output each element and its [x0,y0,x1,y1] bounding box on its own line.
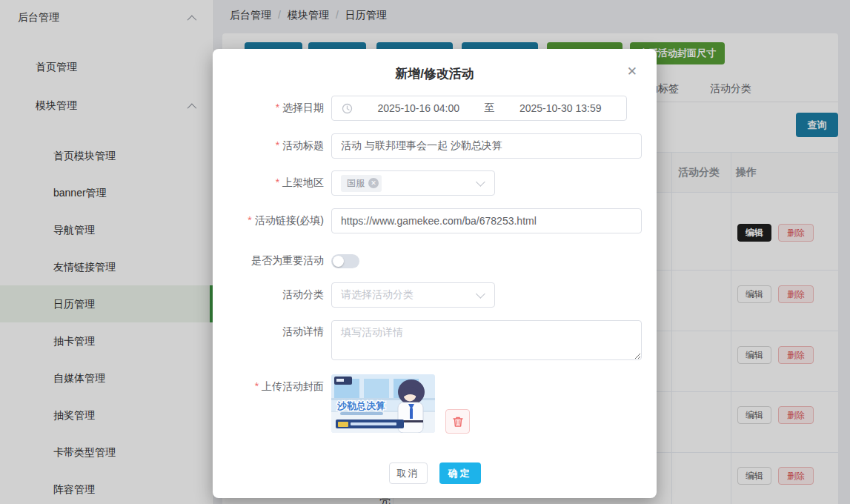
region-tag-label: 国服 [347,177,365,190]
region-select[interactable]: 国服 ✕ [331,170,495,196]
activity-link-input[interactable] [331,208,642,233]
detail-textarea[interactable] [331,320,642,360]
cancel-button[interactable]: 取消 [389,462,428,484]
confirm-button[interactable]: 确定 [439,462,481,484]
chevron-down-icon [476,289,485,299]
category-select[interactable]: 请选择活动分类 [331,282,495,308]
cover-image: 沙勒总决算 [331,374,435,433]
activity-link-label: 活动链接(必填) [213,214,324,228]
date-end-value[interactable]: 2025-10-30 13:59 [495,102,627,114]
cover-image-art: 沙勒总决算 [331,374,435,433]
date-range-label: 选择日期 [213,102,324,115]
activity-title-label: 活动标题 [213,139,324,153]
cover-label: 上传活动封面 [213,374,324,394]
cover-title-text: 沙勒总决算 [336,400,385,411]
region-tag: 国服 ✕ [341,175,382,192]
category-label: 活动分类 [213,288,324,302]
close-icon[interactable]: ✕ [627,65,637,78]
important-toggle[interactable] [331,254,359,268]
trash-icon [451,415,465,428]
date-separator: 至 [485,102,495,115]
date-start-value[interactable]: 2025-10-16 04:00 [353,102,485,114]
add-edit-activity-modal: 新增/修改活动 ✕ 选择日期 2025-10-16 04:00 至 2025-1… [213,49,657,498]
modal-title: 新增/修改活动 [213,65,657,82]
date-range-input[interactable]: 2025-10-16 04:00 至 2025-10-30 13:59 [331,96,627,121]
activity-title-input[interactable] [331,133,642,159]
category-placeholder: 请选择活动分类 [341,288,414,302]
detail-label: 活动详情 [213,320,324,339]
chevron-down-icon [476,177,485,187]
clock-icon [342,103,353,114]
tag-remove-icon[interactable]: ✕ [368,178,379,188]
delete-cover-button[interactable] [445,409,470,434]
app-root: 后台管理 首页管理 模块管理 首页模块管理 banner管理 导航管理 友情链接… [0,0,850,504]
important-label: 是否为重要活动 [213,254,324,268]
region-label: 上架地区 [213,176,324,190]
